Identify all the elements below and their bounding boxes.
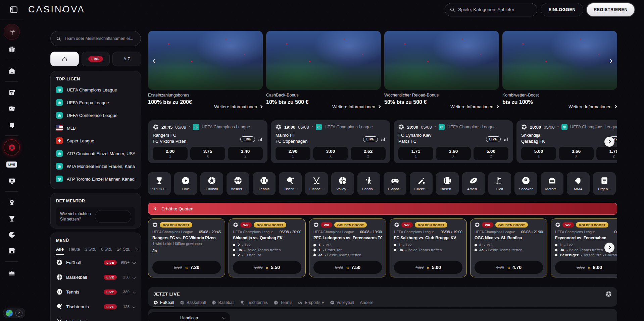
odds-button-away[interactable]: 2.622 bbox=[351, 147, 386, 160]
menu-time-tab[interactable]: Heute bbox=[69, 247, 80, 252]
tab-az[interactable]: A-Z bbox=[112, 52, 141, 66]
odds-button-away[interactable]: 3.402 bbox=[228, 147, 263, 160]
odds-button-draw[interactable]: 3.66X bbox=[559, 147, 594, 160]
global-search-input[interactable] bbox=[458, 7, 532, 12]
sport-nav-tile[interactable]: Golf bbox=[488, 172, 511, 195]
top-league-item[interactable]: UEFA Europa League bbox=[56, 96, 135, 109]
jetzt-live-sport-tab[interactable]: Andere bbox=[360, 300, 373, 307]
tab-live[interactable]: LIVE bbox=[82, 52, 110, 66]
sport-nav-tile[interactable]: Ameri... bbox=[462, 172, 485, 195]
sport-nav-tile[interactable]: Volley... bbox=[331, 172, 354, 195]
rail-item-virtual-sports[interactable] bbox=[5, 174, 19, 188]
live-match-card[interactable]: 19:00 05/08 UEFA Champions League Malmö … bbox=[271, 120, 390, 163]
rail-item-lobby[interactable] bbox=[5, 64, 19, 78]
rail-item-rewards[interactable] bbox=[5, 195, 19, 209]
golden-boost-card[interactable]: WK GOLDEN BOOST UEFA Champions League 06… bbox=[390, 218, 467, 277]
jetzt-live-sport-tab[interactable]: Fußball bbox=[153, 300, 174, 307]
rail-item-promotions[interactable] bbox=[4, 24, 20, 40]
sport-nav-tile[interactable]: Baseb... bbox=[436, 172, 459, 195]
rail-item-sports-active[interactable] bbox=[4, 139, 20, 155]
jetzt-live-sport-tab[interactable]: Volleyball bbox=[330, 300, 354, 307]
tab-home[interactable] bbox=[50, 52, 79, 66]
promo-banner-image[interactable] bbox=[502, 31, 617, 90]
login-button[interactable]: EINLOGGEN bbox=[541, 3, 583, 16]
odds-button-away[interactable]: 1.702 bbox=[596, 147, 617, 160]
odds-button-draw[interactable]: 3.00X bbox=[313, 147, 348, 160]
menu-time-tab[interactable]: 6 Std. bbox=[101, 247, 112, 252]
team-search-input[interactable] bbox=[64, 36, 135, 41]
boost-odds-button[interactable]: 4.33 5.00 bbox=[394, 261, 462, 274]
sport-nav-tile[interactable]: Tennis bbox=[253, 172, 276, 195]
sport-nav-tile[interactable]: Snooker bbox=[514, 172, 537, 195]
menu-time-tab[interactable]: Alle bbox=[56, 247, 64, 252]
menu-time-tab[interactable]: 24 Std. bbox=[117, 247, 131, 252]
register-button[interactable]: REGISTRIEREN bbox=[587, 3, 635, 16]
sidebar-toggle-icon[interactable] bbox=[9, 5, 18, 14]
rail-item-vip[interactable] bbox=[5, 265, 19, 279]
odds-button-draw[interactable]: 3.75X bbox=[190, 147, 225, 160]
top-league-item[interactable]: Super League bbox=[56, 134, 135, 147]
sidebar-search[interactable] bbox=[50, 31, 141, 46]
boost-odds-button[interactable]: 5.00 5.50 bbox=[233, 261, 301, 274]
odds-button-home[interactable]: 1.711 bbox=[398, 147, 433, 160]
rail-item-bonuses[interactable] bbox=[5, 42, 19, 56]
promo-banner-image[interactable] bbox=[384, 31, 499, 90]
rail-item-chips[interactable] bbox=[5, 228, 19, 242]
promo-banner[interactable]: Kombiwetten-Boost bis zu 100% Weitere In… bbox=[502, 31, 617, 110]
menu-sport-row[interactable]: Eishockey bbox=[56, 314, 135, 321]
language-globe-icon[interactable] bbox=[6, 310, 13, 317]
carousel-prev-button[interactable]: ‹ bbox=[149, 56, 159, 65]
sport-nav-tile[interactable]: Eishoc... bbox=[305, 172, 328, 195]
sport-nav-tile[interactable]: Live bbox=[174, 172, 197, 195]
chevron-right-icon[interactable] bbox=[135, 248, 138, 251]
sport-nav-tile[interactable]: E-spor... bbox=[384, 172, 406, 195]
promo-banner[interactable]: CashBack-Bonus 10% bis zu 500 € Weitere … bbox=[266, 31, 381, 110]
stats-icon[interactable] bbox=[381, 137, 386, 142]
promo-banner[interactable]: Wöchentlicher Reload-Bonus 50% bis zu 50… bbox=[384, 31, 499, 110]
jetzt-live-sport-tab[interactable]: Baseball bbox=[211, 300, 234, 307]
top-league-item[interactable]: ATP Toronto Einzel Männer, Kanada bbox=[56, 173, 135, 185]
boost-odds-button[interactable]: 5.50 7.20 bbox=[152, 261, 221, 274]
boosted-odds-banner[interactable]: Erhöhte Quoten bbox=[148, 203, 617, 215]
rail-item-slots[interactable] bbox=[5, 85, 19, 100]
boost-next-button[interactable] bbox=[604, 243, 614, 253]
stats-icon[interactable] bbox=[503, 137, 508, 142]
jetzt-live-sport-tab[interactable]: Tennis bbox=[274, 300, 292, 307]
sport-nav-tile[interactable]: Fußball bbox=[200, 172, 223, 195]
top-league-item[interactable]: UEFA Champions League bbox=[56, 83, 135, 96]
jetzt-live-sport-tab[interactable]: E-sports + bbox=[298, 300, 324, 307]
menu-time-tab[interactable]: 3 Std. bbox=[85, 247, 96, 252]
golden-boost-card[interactable]: WK GOLDEN BOOST UEFA Champions League 05… bbox=[229, 218, 306, 277]
rail-item-table-games[interactable] bbox=[5, 102, 19, 116]
menu-sport-row[interactable]: Tischtennis LIVE 128 bbox=[56, 299, 135, 314]
top-league-item[interactable]: UEFA Conference League bbox=[56, 109, 135, 122]
promo-banner-image[interactable] bbox=[266, 31, 381, 90]
global-search[interactable] bbox=[445, 3, 537, 16]
golden-boost-card[interactable]: GOLDEN BOOST UEFA Champions League 05/08… bbox=[148, 218, 225, 277]
sport-nav-tile[interactable]: Cricke... bbox=[410, 172, 433, 195]
promo-banner-image[interactable] bbox=[148, 31, 263, 90]
jetzt-live-sport-tab[interactable]: Basketball bbox=[180, 300, 206, 307]
live-match-card[interactable]: 20:45 05/08 UEFA Champions League Ranger… bbox=[148, 120, 267, 163]
odds-button-home[interactable]: 2.901 bbox=[276, 147, 310, 160]
stats-icon[interactable] bbox=[258, 137, 263, 142]
rail-item-shop[interactable] bbox=[5, 244, 19, 258]
top-league-item[interactable]: WTA Montreal Einzel Frauen, Kanada bbox=[56, 160, 135, 173]
odds-button-away[interactable]: 5.002 bbox=[474, 147, 508, 160]
menu-sport-row[interactable]: Basketball LIVE 238 bbox=[56, 270, 135, 284]
odds-button-home[interactable]: 2.001 bbox=[153, 147, 188, 160]
help-icon[interactable]: ? bbox=[15, 310, 22, 317]
golden-boost-card[interactable]: WK GOLDEN BOOST UEFA Champions League 06… bbox=[470, 218, 547, 277]
sport-nav-tile[interactable]: MMA bbox=[567, 172, 590, 195]
rail-item-tournaments[interactable] bbox=[5, 211, 19, 226]
promo-more-info-link[interactable]: Weitere Informationen bbox=[332, 104, 380, 109]
stake-input[interactable] bbox=[95, 210, 131, 223]
sport-nav-tile[interactable]: SPORT... bbox=[148, 172, 171, 195]
promo-more-info-link[interactable]: Weitere Informationen bbox=[450, 104, 498, 109]
sport-nav-tile[interactable]: Tischt... bbox=[279, 172, 302, 195]
sport-nav-tile[interactable]: Handb... bbox=[357, 172, 380, 195]
boost-odds-button[interactable]: 4.00 4.70 bbox=[475, 261, 543, 274]
matches-next-button[interactable] bbox=[604, 137, 614, 147]
top-league-item[interactable]: ATP Cincinnati Einzel Männer, USA bbox=[56, 147, 135, 160]
live-match-card[interactable]: 20:00 05/08 UEFA Champions League FC Dyn… bbox=[394, 120, 513, 163]
